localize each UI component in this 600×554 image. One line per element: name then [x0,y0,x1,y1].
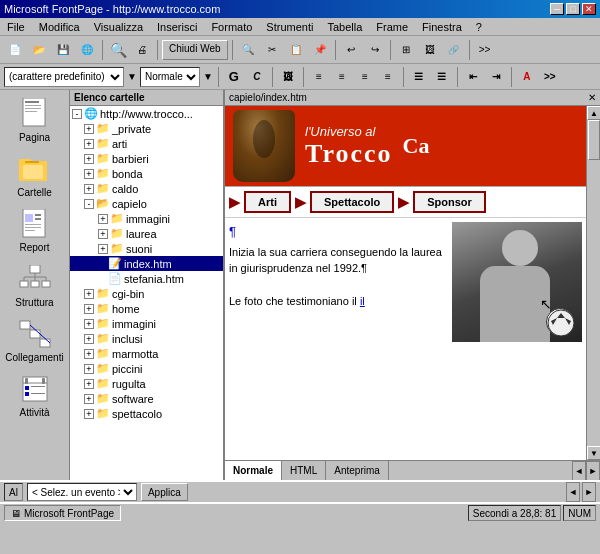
rugulta-expand[interactable]: + [84,379,94,389]
align-left[interactable]: ≡ [309,67,329,87]
menu-modifica[interactable]: Modifica [36,20,83,34]
tab-scroll-left[interactable]: ◄ [572,461,586,481]
view-struttura[interactable]: Struttura [2,259,67,312]
immagini2-expand[interactable]: + [84,319,94,329]
laurea-expand[interactable]: + [98,229,108,239]
tree-item-stefania[interactable]: 📄 stefania.htm [70,271,223,286]
menu-finestra[interactable]: Finestra [419,20,465,34]
view-cartelle[interactable]: Cartelle [2,149,67,202]
style-select[interactable]: Normale [140,67,200,87]
tree-item-bonda[interactable]: + 📁 bonda [70,166,223,181]
status-scroll-left[interactable]: ◄ [566,482,580,502]
menu-formato[interactable]: Formato [208,20,255,34]
status-scroll-right[interactable]: ► [582,482,596,502]
cgibin-expand[interactable]: + [84,289,94,299]
tree-item-immagini[interactable]: + 📁 immagini [70,211,223,226]
indent-less[interactable]: ⇤ [463,67,483,87]
font-select[interactable]: (carattere predefinito) [4,67,124,87]
arti-expand[interactable]: + [84,139,94,149]
start-area[interactable]: 🖥 Microsoft FrontPage [4,505,121,521]
redo-button[interactable]: ↪ [364,39,386,61]
paste-button[interactable]: 📌 [309,39,331,61]
heading-g-button[interactable]: G [224,67,244,87]
align-right[interactable]: ≡ [355,67,375,87]
tree-item-immagini2[interactable]: + 📁 immagini [70,316,223,331]
tree-item-barbieri[interactable]: + 📁 barbieri [70,151,223,166]
nav-sponsor[interactable]: Sponsor [413,191,486,213]
undo-button[interactable]: ↩ [340,39,362,61]
tree-item-caldo[interactable]: + 📁 caldo [70,181,223,196]
ordered-list[interactable]: ☰ [432,67,452,87]
color-button[interactable]: A [517,67,537,87]
nav-arti[interactable]: Arti [244,191,291,213]
home-expand[interactable]: + [84,304,94,314]
scroll-up-button[interactable]: ▲ [587,106,600,120]
italic-button[interactable]: C [247,67,267,87]
bonda-expand[interactable]: + [84,169,94,179]
scroll-thumb[interactable] [588,120,600,160]
menu-inserisci[interactable]: Inserisci [154,20,200,34]
caldo-expand[interactable]: + [84,184,94,194]
tree-item-software[interactable]: + 📁 software [70,391,223,406]
view-pagina[interactable]: Pagina [2,94,67,147]
align-justify[interactable]: ≡ [378,67,398,87]
scroll-down-button[interactable]: ▼ [587,446,600,460]
minimize-button[interactable]: ─ [550,3,564,15]
tree-item-spettacolo[interactable]: + 📁 spettacolo [70,406,223,421]
tree-root[interactable]: - 🌐 http://www.trocco... [70,106,223,121]
preview-button[interactable]: 🔍 [107,39,129,61]
tab-html[interactable]: HTML [282,461,326,480]
print-button[interactable]: 🖨 [131,39,153,61]
expand-button[interactable]: >> [474,39,496,61]
tab-scroll-right[interactable]: ► [586,461,600,481]
indent-more[interactable]: ⇥ [486,67,506,87]
nav-spettacolo[interactable]: Spettacolo [310,191,394,213]
capielo-expand[interactable]: - [84,199,94,209]
publish-button[interactable]: 🌐 [76,39,98,61]
unordered-list[interactable]: ☰ [409,67,429,87]
find-button[interactable]: 🔍 [237,39,259,61]
insert-table-button[interactable]: ⊞ [395,39,417,61]
tree-item-piccini[interactable]: + 📁 piccini [70,361,223,376]
tab-anteprima[interactable]: Anteprima [326,461,389,480]
tree-item-home[interactable]: + 📁 home [70,301,223,316]
tree-item-index[interactable]: 📝 index.htm [70,256,223,271]
tree-item-private[interactable]: + 📁 _private [70,121,223,136]
tree-item-capielo[interactable]: - 📂 capielo [70,196,223,211]
tree-item-suoni[interactable]: + 📁 suoni [70,241,223,256]
image-button2[interactable]: 🖼 [278,67,298,87]
close-button[interactable]: ✕ [582,3,596,15]
new-button[interactable]: 📄 [4,39,26,61]
marmotta-expand[interactable]: + [84,349,94,359]
save-button[interactable]: 💾 [52,39,74,61]
tree-item-rugulta[interactable]: + 📁 rugulta [70,376,223,391]
private-expand[interactable]: + [84,124,94,134]
cut-button[interactable]: ✂ [261,39,283,61]
suoni-expand[interactable]: + [98,244,108,254]
maximize-button[interactable]: □ [566,3,580,15]
menu-strumenti[interactable]: Strumenti [263,20,316,34]
menu-visualizza[interactable]: Visualizza [91,20,146,34]
close-web-button[interactable]: Chiudi Web [162,40,228,60]
copy-button[interactable]: 📋 [285,39,307,61]
piccini-expand[interactable]: + [84,364,94,374]
menu-help[interactable]: ? [473,20,485,34]
content-close-icon[interactable]: ✕ [588,92,596,103]
tree-item-cgi-bin[interactable]: + 📁 cgi-bin [70,286,223,301]
tree-item-inclusi[interactable]: + 📁 inclusi [70,331,223,346]
view-attivita[interactable]: Attività [2,369,67,422]
event-select[interactable]: < Selez. un evento > [27,483,137,501]
apply-button[interactable]: Applica [141,483,188,501]
expand-button2[interactable]: >> [540,67,560,87]
open-button[interactable]: 📂 [28,39,50,61]
tree-item-marmotta[interactable]: + 📁 marmotta [70,346,223,361]
tree-item-laurea[interactable]: + 📁 laurea [70,226,223,241]
menu-tabella[interactable]: Tabella [324,20,365,34]
menu-frame[interactable]: Frame [373,20,411,34]
inclusi-expand[interactable]: + [84,334,94,344]
insert-image-button[interactable]: 🖼 [419,39,441,61]
software-expand[interactable]: + [84,394,94,404]
spettacolo-expand[interactable]: + [84,409,94,419]
align-center[interactable]: ≡ [332,67,352,87]
hyperlink-button[interactable]: 🔗 [443,39,465,61]
